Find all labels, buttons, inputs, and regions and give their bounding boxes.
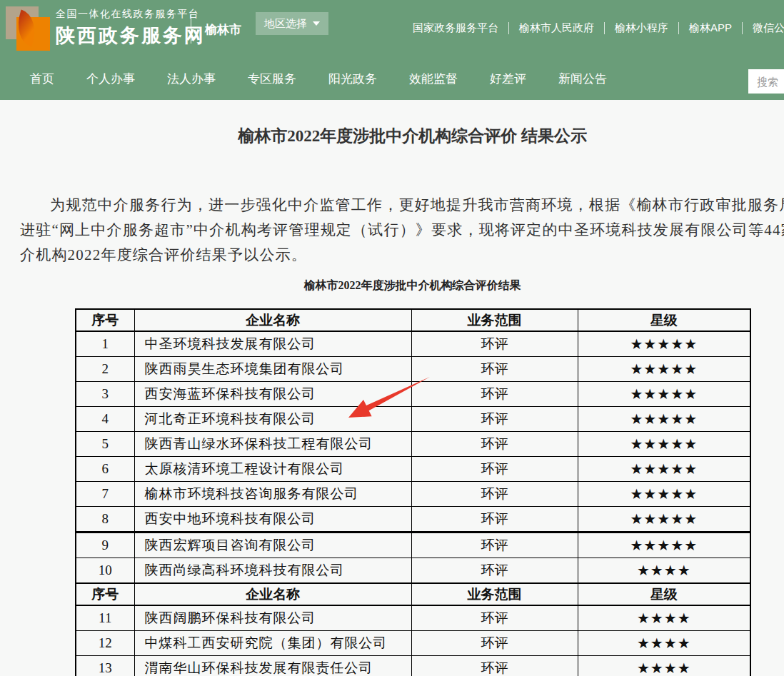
nav-item[interactable]: 好差评 [490, 71, 526, 87]
cell-stars: ★★★★★ [578, 357, 750, 382]
cell-stars: ★★★★★ [578, 533, 750, 558]
cell-stars: ★★★★ [578, 558, 750, 584]
nav-item[interactable]: 阳光政务 [328, 71, 377, 87]
cell-num: 1 [76, 331, 134, 357]
cell-stars: ★★★★★ [578, 382, 750, 407]
paragraph-line: 为规范中介服务行为，进一步强化中介监管工作，更好地提升我市营商环境，根据《榆林市… [0, 193, 784, 218]
cell-name: 西安海蓝环保科技有限公司 [134, 382, 411, 407]
cell-stars: ★★★★★ [578, 457, 750, 482]
top-link[interactable]: 微信公众号 [753, 21, 784, 35]
column-header: 星级 [578, 309, 750, 331]
cell-name: 太原核清环境工程设计有限公司 [134, 457, 411, 482]
nav-item[interactable]: 首页 [30, 71, 54, 87]
link-divider [678, 22, 679, 34]
search-input[interactable] [748, 69, 784, 94]
announcement-document: 榆林市2022年度涉批中介机构综合评价 结果公示 为规范中介服务行为，进一步强化… [0, 126, 784, 676]
search-box [748, 69, 784, 94]
cell-name: 陕西青山绿水环保科技工程有限公司 [134, 432, 411, 457]
column-header: 企业名称 [134, 583, 411, 605]
cell-scope: 环评 [411, 432, 578, 457]
table-row: 7榆林市环境科技咨询服务有限公司环评★★★★★ [76, 482, 750, 507]
table-row: 4河北奇正环境科技有限公司环评★★★★★ [76, 407, 750, 432]
column-header: 业务范围 [411, 583, 578, 605]
chevron-down-icon [313, 21, 320, 26]
cell-num: 7 [76, 482, 134, 507]
top-link[interactable]: 国家政务服务平台 [413, 21, 498, 35]
nav-item[interactable]: 效能监督 [409, 71, 458, 87]
table-row: 2陕西雨昊生态环境集团有限公司环评★★★★★ [76, 357, 750, 382]
platform-name: 全国一体化在线政务服务平台 [56, 8, 206, 21]
cell-name: 陕西宏辉项目咨询有限公司 [134, 533, 411, 558]
top-link[interactable]: 榆林APP [689, 21, 732, 35]
cell-stars: ★★★★★ [578, 407, 750, 432]
table-header-row: 序号企业名称业务范围星级 [76, 583, 750, 605]
cell-scope: 环评 [411, 407, 578, 432]
region-selector-label: 地区选择 [264, 17, 307, 29]
table-row: 5陕西青山绿水环保科技工程有限公司环评★★★★★ [76, 432, 750, 457]
table-row: 11陕西阔鹏环保科技有限公司环评★★★★ [76, 605, 750, 631]
cell-scope: 环评 [411, 507, 578, 533]
cell-scope: 环评 [411, 331, 578, 357]
cell-name: 陕西尚绿高科环境科技有限公司 [134, 558, 411, 584]
cell-scope: 环评 [411, 605, 578, 631]
cell-scope: 环评 [411, 382, 578, 407]
cell-name: 榆林市环境科技咨询服务有限公司 [134, 482, 411, 507]
top-link[interactable]: 榆林小程序 [615, 21, 668, 35]
table-row: 12中煤科工西安研究院（集团）有限公司环评★★★★ [76, 631, 750, 656]
cell-num: 6 [76, 457, 134, 482]
link-divider [742, 22, 743, 34]
column-header: 业务范围 [411, 309, 578, 331]
column-header: 企业名称 [134, 309, 411, 331]
cell-name: 西安中地环境科技有限公司 [134, 507, 411, 533]
cell-num: 2 [76, 357, 134, 382]
cell-num: 5 [76, 432, 134, 457]
table-header-row: 序号企业名称业务范围星级 [76, 309, 750, 331]
table-row: 9陕西宏辉项目咨询有限公司环评★★★★★ [76, 533, 750, 558]
cell-stars: ★★★★ [578, 631, 750, 656]
cell-num: 3 [76, 382, 134, 407]
cell-stars: ★★★★★ [578, 482, 750, 507]
cell-num: 9 [76, 533, 134, 558]
nav-item[interactable]: 专区服务 [248, 71, 296, 87]
cell-scope: 环评 [411, 631, 578, 656]
table-row: 3西安海蓝环保科技有限公司环评★★★★★ [76, 382, 750, 407]
nav-item[interactable]: 个人办事 [86, 71, 135, 87]
top-link[interactable]: 榆林市人民政府 [519, 21, 594, 35]
site-name: 陕西政务服务网 [56, 23, 206, 49]
link-divider [604, 22, 605, 34]
nav-item[interactable]: 新闻公告 [558, 71, 607, 87]
cell-scope: 环评 [411, 457, 578, 482]
top-links: 国家政务服务平台榆林市人民政府榆林小程序榆林APP微信公众号注册 [413, 21, 784, 35]
cell-scope: 环评 [411, 533, 578, 558]
cell-name: 河北奇正环境科技有限公司 [134, 407, 411, 432]
paragraph-line: 介机构2022年度综合评价结果予以公示。 [0, 243, 784, 268]
cell-name: 陕西阔鹏环保科技有限公司 [134, 605, 411, 631]
table-row: 6太原核清环境工程设计有限公司环评★★★★★ [76, 457, 750, 482]
column-header: 序号 [76, 583, 134, 605]
brand: 全国一体化在线政务服务平台 陕西政务服务网 [56, 8, 206, 49]
cell-name: 陕西雨昊生态环境集团有限公司 [134, 357, 411, 382]
site-header: 全国一体化在线政务服务平台 陕西政务服务网 榆林市 地区选择 国家政务服务平台榆… [0, 0, 784, 100]
divider [191, 15, 191, 44]
table-row: 8西安中地环境科技有限公司环评★★★★★ [76, 507, 750, 533]
column-header: 序号 [76, 309, 134, 331]
cell-scope: 环评 [411, 558, 578, 584]
link-divider [508, 22, 509, 34]
current-city-label: 榆林市 [205, 21, 241, 38]
cell-num: 11 [76, 605, 134, 631]
cell-scope: 环评 [411, 656, 578, 676]
cell-stars: ★★★★ [578, 656, 750, 676]
main-nav-items: 首页个人办事法人办事专区服务阳光政务效能监督好差评新闻公告 [30, 57, 607, 100]
cell-stars: ★★★★★ [578, 331, 750, 357]
results-table: 序号企业名称业务范围星级1中圣环境科技发展有限公司环评★★★★★2陕西雨昊生态环… [75, 308, 751, 676]
page-title: 榆林市2022年度涉批中介机构综合评价 结果公示 [0, 126, 784, 147]
region-selector-button[interactable]: 地区选择 [256, 12, 328, 35]
cell-num: 12 [76, 631, 134, 656]
cell-scope: 环评 [411, 357, 578, 382]
cell-stars: ★★★★★ [578, 507, 750, 533]
nav-item[interactable]: 法人办事 [167, 71, 216, 87]
results-table-body: 序号企业名称业务范围星级1中圣环境科技发展有限公司环评★★★★★2陕西雨昊生态环… [76, 309, 750, 676]
paragraph-line: 进驻“网上中介服务超市”中介机构考评管理规定（试行）》要求，现将评定的中圣环境科… [0, 218, 784, 243]
column-header: 星级 [578, 583, 750, 605]
table-row: 13渭南华山环保科技发展有限责任公司环评★★★★ [76, 656, 750, 676]
